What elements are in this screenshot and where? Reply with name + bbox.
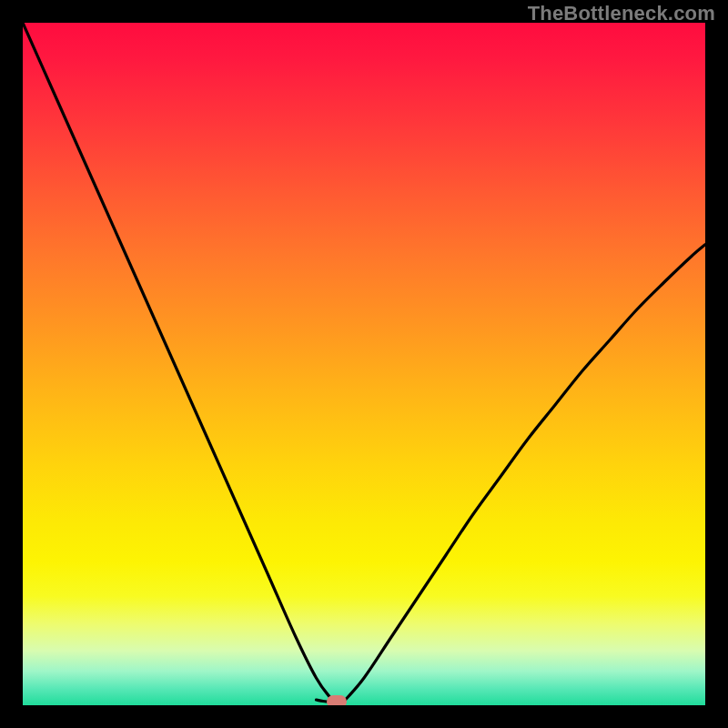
bottleneck-curve: [23, 23, 705, 705]
plot-area: [23, 23, 705, 705]
chart-frame: TheBottleneck.com: [0, 0, 728, 728]
watermark-text: TheBottleneck.com: [528, 2, 715, 25]
curve-path: [23, 23, 705, 702]
optimal-point-marker: [327, 695, 347, 705]
